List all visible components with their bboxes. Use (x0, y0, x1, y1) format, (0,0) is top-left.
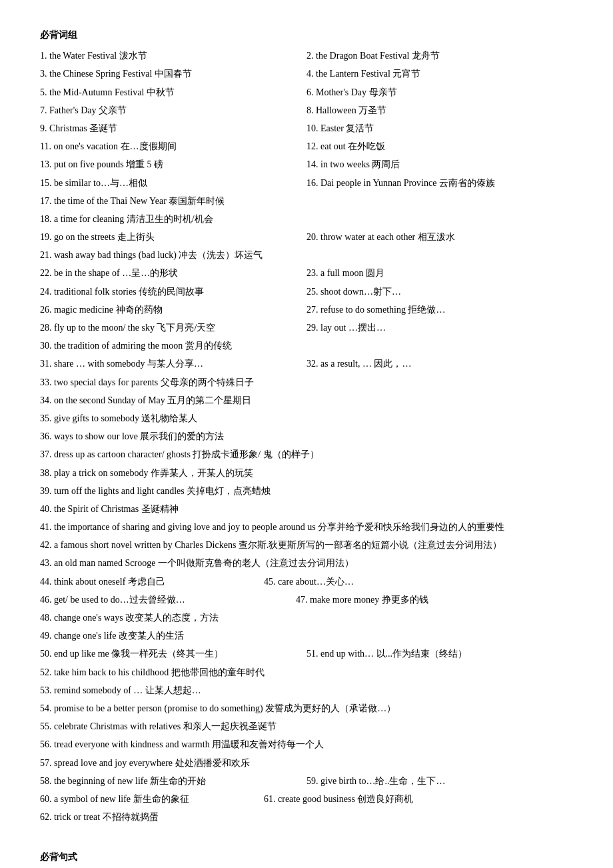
vocab-item-42: 42. a famous short novel written by Char… (40, 537, 573, 553)
vocab-row-32: 48. change one's ways 改变某人的态度，方法 (40, 609, 573, 626)
vocab-row-20: 34. on the second Sunday of May 五月的第二个星期… (40, 392, 573, 409)
vocab-row-23: 37. dress up as cartoon character/ ghost… (40, 446, 573, 463)
vocab-item-2: 2. the Dragon Boat Festival 龙舟节 (306, 47, 573, 64)
vocab-item-38: 38. play a trick on somebody 作弄某人，开某人的玩笑 (40, 465, 573, 481)
vocab-row-33: 49. change one's life 改变某人的生活 (40, 627, 573, 644)
vocab-item-46: 46. get/ be used to do…过去曾经做… (40, 591, 296, 608)
vocab-row-8: 15. be similar to…与…相似 16. Dai people in… (40, 175, 573, 191)
vocab-item-58: 58. the beginning of new life 新生命的开始 (40, 773, 306, 789)
vocab-row-15: 26. magic medicine 神奇的药物 27. refuse to d… (40, 301, 573, 318)
vocab-item-28: 28. fly up to the moon/ the sky 飞下月亮/天空 (40, 319, 306, 336)
vocab-row-14: 24. traditional folk stories 传统的民间故事 25.… (40, 283, 573, 300)
vocab-row-28: 42. a famous short novel written by Char… (40, 537, 573, 553)
vocab-row-31: 46. get/ be used to do…过去曾经做… 47. make m… (40, 591, 573, 608)
vocab-row-29: 43. an old man named Scrooge 一个叫做斯克鲁奇的老人… (40, 555, 573, 571)
vocab-item-23: 23. a full moon 圆月 (306, 265, 573, 281)
vocab-row-17: 30. the tradition of admiring the moon 赏… (40, 337, 573, 354)
vocab-item-1: 1. the Water Festival 泼水节 (40, 47, 306, 64)
vocab-row-22: 36. ways to show our love 展示我们的爱的方法 (40, 428, 573, 445)
vocab-item-29: 29. lay out …摆出… (306, 319, 573, 336)
vocab-item-16: 16. Dai people in Yunnan Province 云南省的傣族 (306, 175, 573, 191)
vocab-item-5: 5. the Mid-Autumn Festival 中秋节 (40, 84, 306, 101)
vocab-item-27: 27. refuse to do something 拒绝做… (306, 301, 573, 318)
vocab-row-35: 52. take him back to his childhood 把他带回他… (40, 664, 573, 681)
vocab-item-48: 48. change one's ways 改变某人的态度，方法 (40, 609, 573, 626)
vocab-item-41: 41. the importance of sharing and giving… (40, 519, 573, 535)
vocab-item-14: 14. in two weeks 两周后 (306, 156, 573, 173)
vocab-item-51: 51. end up with… 以...作为结束（终结） (306, 645, 573, 662)
vocab-list: 1. the Water Festival 泼水节 2. the Dragon … (40, 47, 573, 825)
vocab-row-4: 7. Father's Day 父亲节 8. Halloween 万圣节 (40, 102, 573, 119)
vocab-item-45: 45. care about…关心… (264, 573, 573, 590)
vocab-row-37: 54. promise to be a better person (promi… (40, 700, 573, 717)
vocab-row-36: 53. remind somebody of … 让某人想起… (40, 682, 573, 699)
vocab-row-24: 38. play a trick on somebody 作弄某人，开某人的玩笑 (40, 465, 573, 481)
vocab-item-24: 24. traditional folk stories 传统的民间故事 (40, 283, 306, 300)
vocab-item-62: 62. trick or treat 不招待就捣蛋 (40, 809, 573, 825)
vocab-item-11: 11. on one's vacation 在…度假期间 (40, 138, 306, 155)
vocab-row-43: 62. trick or treat 不招待就捣蛋 (40, 809, 573, 825)
vocab-item-53: 53. remind somebody of … 让某人想起… (40, 682, 573, 699)
vocab-item-55: 55. celebrate Christmas with relatives 和… (40, 718, 573, 735)
vocab-item-25: 25. shoot down…射下… (306, 283, 573, 300)
vocab-row-39: 56. tread everyone with kindness and war… (40, 736, 573, 753)
vocab-row-21: 35. give gifts to somebody 送礼物给某人 (40, 410, 573, 427)
vocab-item-30: 30. the tradition of admiring the moon 赏… (40, 337, 573, 354)
vocab-item-21: 21. wash away bad things (bad luck) 冲去（洗… (40, 247, 573, 263)
vocab-item-7: 7. Father's Day 父亲节 (40, 102, 306, 119)
vocab-item-61: 61. create good business 创造良好商机 (264, 791, 573, 807)
vocab-item-13: 13. put on five pounds 增重 5 磅 (40, 156, 306, 173)
vocab-item-54: 54. promise to be a better person (promi… (40, 700, 573, 717)
vocab-item-6: 6. Mother's Day 母亲节 (306, 84, 573, 101)
vocab-item-57: 57. spread love and joy everywhere 处处洒播爱… (40, 755, 573, 771)
vocab-row-10: 18. a time for cleaning 清洁卫生的时机/机会 (40, 211, 573, 227)
vocab-row-6: 11. on one's vacation 在…度假期间 12. eat out… (40, 138, 573, 155)
vocab-row-19: 33. two special days for parents 父母亲的两个特… (40, 374, 573, 391)
section-title-sentences: 必背句式 (40, 849, 573, 865)
vocab-row-16: 28. fly up to the moon/ the sky 飞下月亮/天空 … (40, 319, 573, 336)
vocab-row-34: 50. end up like me 像我一样死去（终其一生） 51. end … (40, 645, 573, 662)
vocab-item-52: 52. take him back to his childhood 把他带回他… (40, 664, 573, 681)
vocab-item-33: 33. two special days for parents 父母亲的两个特… (40, 374, 573, 391)
vocab-row-25: 39. turn off the lights and light candle… (40, 483, 573, 499)
vocab-item-37: 37. dress up as cartoon character/ ghost… (40, 446, 573, 463)
vocab-item-20: 20. throw water at each other 相互泼水 (306, 229, 573, 245)
vocab-item-56: 56. tread everyone with kindness and war… (40, 736, 573, 753)
vocab-item-10: 10. Easter 复活节 (306, 120, 573, 137)
section-title-vocab: 必背词组 (40, 27, 573, 43)
vocab-row-40: 57. spread love and joy everywhere 处处洒播爱… (40, 755, 573, 771)
vocab-item-35: 35. give gifts to somebody 送礼物给某人 (40, 410, 573, 427)
vocab-item-26: 26. magic medicine 神奇的药物 (40, 301, 306, 318)
vocab-item-32: 32. as a result, … 因此，… (306, 355, 573, 372)
vocab-item-39: 39. turn off the lights and light candle… (40, 483, 573, 499)
vocab-item-22: 22. be in the shape of …呈…的形状 (40, 265, 306, 281)
vocab-item-19: 19. go on the streets 走上街头 (40, 229, 306, 245)
vocab-row-7: 13. put on five pounds 增重 5 磅 14. in two… (40, 156, 573, 173)
vocab-item-36: 36. ways to show our love 展示我们的爱的方法 (40, 428, 573, 445)
vocab-item-12: 12. eat out 在外吃饭 (306, 138, 573, 155)
vocab-item-60: 60. a symbol of new life 新生命的象征 (40, 791, 264, 807)
vocab-row-12: 21. wash away bad things (bad luck) 冲去（洗… (40, 247, 573, 263)
vocab-item-34: 34. on the second Sunday of May 五月的第二个星期… (40, 392, 573, 409)
vocab-item-40: 40. the Spirit of Christmas 圣诞精神 (40, 501, 573, 517)
vocab-row-11: 19. go on the streets 走上街头 20. throw wat… (40, 229, 573, 245)
vocab-item-47: 47. make more money 挣更多的钱 (296, 591, 573, 608)
vocab-item-43: 43. an old man named Scrooge 一个叫做斯克鲁奇的老人… (40, 555, 573, 571)
vocab-item-8: 8. Halloween 万圣节 (306, 102, 573, 119)
vocab-row-27: 41. the importance of sharing and giving… (40, 519, 573, 535)
vocab-item-59: 59. give birth to…给..生命，生下… (306, 773, 573, 789)
vocab-row-3: 5. the Mid-Autumn Festival 中秋节 6. Mother… (40, 84, 573, 101)
vocab-item-15: 15. be similar to…与…相似 (40, 175, 306, 191)
vocab-row-1: 1. the Water Festival 泼水节 2. the Dragon … (40, 47, 573, 64)
vocab-row-30: 44. think about oneself 考虑自己 45. care ab… (40, 573, 573, 590)
vocab-item-17: 17. the time of the Thai New Year 泰国新年时候 (40, 193, 573, 209)
vocab-row-26: 40. the Spirit of Christmas 圣诞精神 (40, 501, 573, 517)
vocab-item-50: 50. end up like me 像我一样死去（终其一生） (40, 645, 306, 662)
vocab-item-44: 44. think about oneself 考虑自己 (40, 573, 264, 590)
vocab-row-41: 58. the beginning of new life 新生命的开始 59.… (40, 773, 573, 789)
vocab-row-38: 55. celebrate Christmas with relatives 和… (40, 718, 573, 735)
vocab-item-31: 31. share … with somebody 与某人分享… (40, 355, 306, 372)
vocab-item-4: 4. the Lantern Festival 元宵节 (306, 65, 573, 82)
vocab-item-18: 18. a time for cleaning 清洁卫生的时机/机会 (40, 211, 573, 227)
vocab-row-5: 9. Christmas 圣诞节 10. Easter 复活节 (40, 120, 573, 137)
